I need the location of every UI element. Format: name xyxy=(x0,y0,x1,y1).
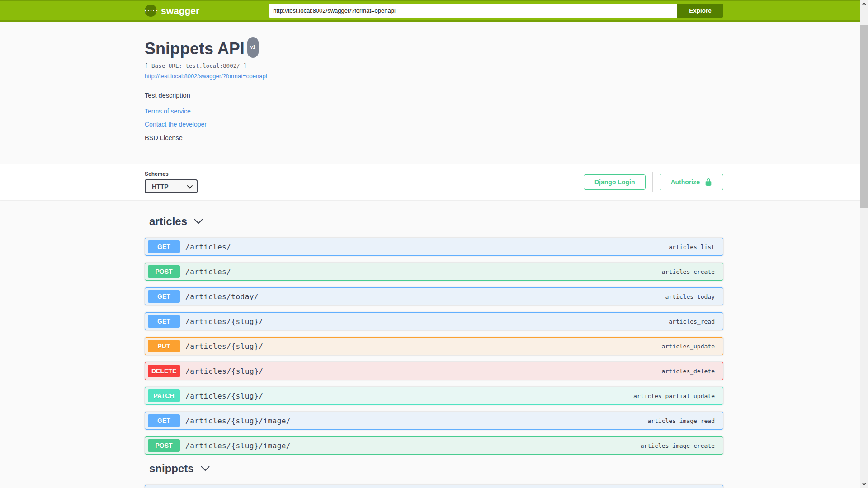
section-title: articles xyxy=(149,215,187,228)
operations-root: articlesGET/articles/articles_listPOST/a… xyxy=(136,200,732,488)
operation-path: /articles/{slug}/ xyxy=(185,342,263,351)
operation-row[interactable]: POST/articles/articles_create xyxy=(145,263,723,281)
vertical-scrollbar[interactable] xyxy=(860,0,868,488)
operation-row[interactable]: GET/articles/today/articles_today xyxy=(145,287,723,305)
api-info-section: Snippets APIv1 [ Base URL: test.local:80… xyxy=(0,22,868,164)
operation-row[interactable]: PATCH/articles/{slug}/articles_partial_u… xyxy=(145,387,723,405)
spec-url-form: Explore xyxy=(269,4,723,18)
operation-path: /articles/{slug}/image/ xyxy=(185,417,291,425)
django-login-button[interactable]: Django Login xyxy=(584,174,646,190)
base-url: [ Base URL: test.local:8002/ ] xyxy=(145,62,723,69)
chevron-down-icon xyxy=(862,481,867,486)
method-badge: PATCH xyxy=(148,389,180,402)
operation-id: articles_image_create xyxy=(641,442,718,449)
page-title: Snippets APIv1 xyxy=(145,40,723,61)
api-section-articles: articlesGET/articles/articles_listPOST/a… xyxy=(145,215,723,455)
operation-path: /articles/{slug}/image/ xyxy=(185,441,291,450)
operation-row[interactable]: POST/articles/{slug}/image/articles_imag… xyxy=(145,436,723,455)
method-badge: GET xyxy=(148,315,180,328)
operation-id: articles_read xyxy=(669,318,718,325)
operation-row[interactable]: GET/articles/{slug}/image/articles_image… xyxy=(145,412,723,430)
license-label: BSD License xyxy=(145,134,723,141)
chevron-up-icon xyxy=(862,3,867,7)
section-divider xyxy=(145,233,723,233)
swagger-brand-link[interactable]: {···} swagger xyxy=(145,5,199,17)
swagger-logo-icon: {···} xyxy=(145,5,157,17)
chevron-down-icon xyxy=(187,183,193,189)
operation-id: articles_list xyxy=(669,244,718,250)
operation-row[interactable]: GET/snippets/snippets_list xyxy=(145,485,723,488)
operation-path: /articles/today/ xyxy=(185,292,259,301)
method-badge: GET xyxy=(148,290,180,303)
terms-of-service-link[interactable]: Terms of service xyxy=(145,108,723,115)
api-description: Test description xyxy=(145,92,723,99)
operation-id: articles_create xyxy=(662,268,718,275)
api-section-snippets: snippetsGET/snippets/snippets_list xyxy=(145,462,723,488)
contact-developer-link[interactable]: Contact the developer xyxy=(145,121,723,128)
topbar: {···} swagger Explore xyxy=(0,0,868,22)
scrollbar-down-button[interactable] xyxy=(860,480,868,488)
operation-id: articles_delete xyxy=(662,368,718,375)
operation-id: articles_update xyxy=(662,343,718,350)
unlocked-padlock-icon xyxy=(704,178,712,186)
scrollbar-up-button[interactable] xyxy=(860,0,868,8)
chevron-down-icon xyxy=(193,218,203,225)
authorize-button[interactable]: Authorize xyxy=(660,174,723,190)
operation-path: /articles/ xyxy=(185,243,231,251)
method-badge: POST xyxy=(148,439,180,452)
method-badge: GET xyxy=(148,414,180,427)
scheme-select[interactable]: HTTP xyxy=(145,179,198,193)
scheme-selected-value: HTTP xyxy=(152,183,169,190)
schemes-label: Schemes xyxy=(145,171,198,177)
operation-row[interactable]: PUT/articles/{slug}/articles_update xyxy=(145,337,723,355)
version-badge: v1 xyxy=(247,37,259,58)
operation-path: /articles/{slug}/ xyxy=(185,317,263,326)
operation-path: /articles/{slug}/ xyxy=(185,367,263,375)
operation-id: articles_partial_update xyxy=(633,393,718,399)
method-badge: PUT xyxy=(148,340,180,352)
section-title: snippets xyxy=(149,462,194,475)
operation-path: /articles/{slug}/ xyxy=(185,392,263,400)
explore-button[interactable]: Explore xyxy=(677,4,723,18)
method-badge: DELETE xyxy=(148,365,180,377)
operation-id: articles_image_read xyxy=(647,418,718,424)
method-badge: POST xyxy=(148,265,180,278)
scheme-section: Schemes HTTP Django Login Authorize xyxy=(0,164,868,200)
section-divider xyxy=(145,480,723,480)
operation-row[interactable]: DELETE/articles/{slug}/articles_delete xyxy=(145,362,723,380)
operation-row[interactable]: GET/articles/articles_list xyxy=(145,238,723,256)
scrollbar-thumb[interactable] xyxy=(860,25,868,208)
spec-link[interactable]: http://test.local:8002/swagger/?format=o… xyxy=(145,73,267,80)
divider xyxy=(652,172,653,192)
section-header-articles[interactable]: articles xyxy=(145,215,723,228)
brand-name: swagger xyxy=(161,5,199,16)
chevron-down-icon xyxy=(200,465,210,472)
method-badge: GET xyxy=(148,240,180,253)
operation-id: articles_today xyxy=(665,293,718,300)
operation-path: /articles/ xyxy=(185,267,231,276)
spec-url-input[interactable] xyxy=(269,4,677,18)
operation-row[interactable]: GET/articles/{slug}/articles_read xyxy=(145,312,723,330)
section-header-snippets[interactable]: snippets xyxy=(145,462,723,475)
